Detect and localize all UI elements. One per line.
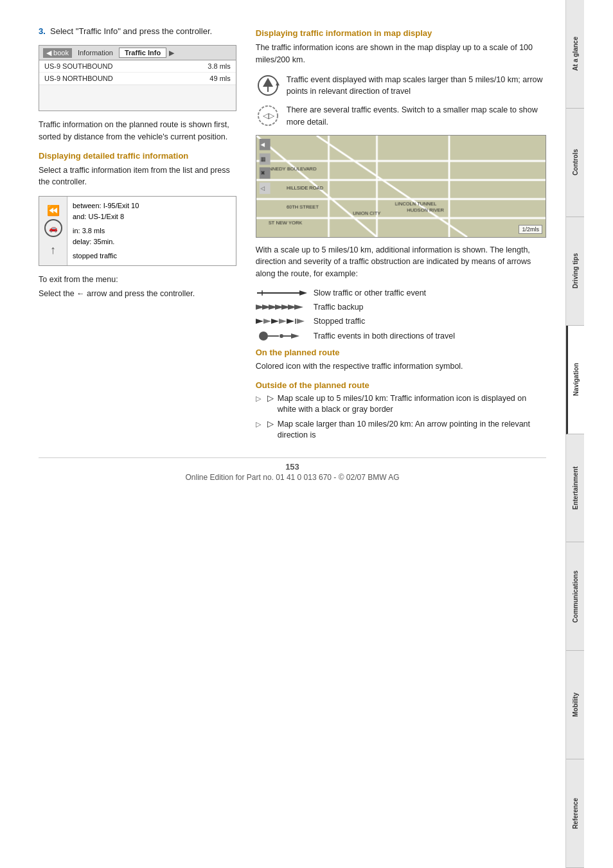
bullet-icon-2: ▷ [267,419,274,441]
svg-marker-19 [279,319,287,324]
traffic-header: ◀ book Information Traffic Info ▶ [39,46,236,60]
scale-info-text: With a scale up to 5 miles/10 km, additi… [256,244,546,280]
outside-item-2-text: Map scale larger than 10 miles/20 km: An… [278,419,546,441]
status-text: stopped traffic [73,251,231,261]
step-3: 3. Select "Traffic Info" and press the c… [39,26,236,37]
svg-marker-20 [287,319,294,324]
backup-text: Traffic backup [314,302,364,312]
footer-text: Online Edition for Part no. 01 41 0 013 … [39,473,546,482]
route-dist-2: 49 mls [209,75,230,82]
svg-text:◁▷: ◁▷ [263,111,275,120]
sidebar-tab-at-a-glance[interactable]: At a glance [566,0,584,109]
sidebar-tab-communications[interactable]: Communications [566,542,584,651]
route-info-text: Traffic information on the planned route… [39,119,236,143]
multi-traffic-icon: ◁▷ [256,104,280,127]
legend-backup: Traffic backup [256,302,546,312]
tab-label-mobility: Mobility [572,693,579,717]
on-route-heading: On the planned route [256,348,546,357]
header-arrow: ▶ [169,49,174,57]
svg-marker-27 [291,333,299,339]
svg-marker-1 [263,78,273,87]
and-text: and: US-1/Exit 8 [73,211,231,222]
exit-label: To exit from the menu: [39,274,236,286]
outside-item-2: ▷ Map scale larger than 10 miles/20 km: … [256,419,546,441]
icon-descriptions: Traffic event displayed with map scales … [256,74,546,128]
tab-label-at-a-glance: At a glance [572,37,579,71]
traffic-icon: 🚗 [44,219,62,237]
sidebar-tab-reference[interactable]: Reference [566,759,584,868]
detail-box: ⏪ 🚗 ↑ between: I-95/Exit 10 and: US-1/Ex… [39,196,236,266]
legend-both: Traffic events in both directions of tra… [256,331,546,341]
svg-marker-3 [276,82,280,85]
icon-item-1: Traffic event displayed with map scales … [256,74,546,98]
map-display-heading: Displaying traffic information in map di… [256,28,546,38]
map-display-text: The traffic information icons are shown … [256,42,546,66]
detailed-traffic-text: Select a traffic information item from t… [39,164,236,189]
svg-marker-17 [263,319,271,324]
main-content: 3. Select "Traffic Info" and press the c… [0,0,565,868]
tab-label-reference: Reference [572,798,579,829]
bullet-icon-1: ▷ [267,393,274,416]
svg-marker-7 [299,290,307,296]
page-number: 153 [39,462,546,472]
legend-stopped: Stopped traffic [256,316,546,326]
arrow-direction-icon [256,74,280,97]
step-number: 3. [39,26,46,36]
tab-label-communications: Communications [572,571,579,623]
sidebar-tabs: At a glance Controls Driving tips Naviga… [565,0,583,868]
sidebar-tab-navigation[interactable]: Navigation [566,326,584,434]
icon-info-rows: Traffic event displayed with map scales … [256,74,546,128]
tab-book: ◀ book [43,48,72,58]
sidebar-tab-mobility[interactable]: Mobility [566,651,584,759]
delay-text: delay: 35min. [73,236,231,247]
right-column: Displaying traffic information in map di… [256,26,546,445]
stopped-arrow-icon [256,316,307,326]
map-display-image: 1/2mls [256,135,546,238]
tab-label-entertainment: Entertainment [572,466,579,509]
svg-marker-18 [271,319,279,324]
svg-marker-22 [297,319,305,324]
icon-1-text: Traffic event displayed with map scales … [287,74,546,98]
outside-route-list: ▷ Map scale up to 5 miles/10 km: Traffic… [256,393,546,441]
map-scale-badge: 1/2mls [519,225,542,234]
route-name-2: US-9 NORTHBOUND [44,75,113,82]
sidebar-tab-driving-tips[interactable]: Driving tips [566,217,584,326]
detail-box-left: ⏪ 🚗 ↑ [39,197,67,265]
both-directions-icon [256,331,307,341]
page-footer: 153 Online Edition for Part no. 01 41 0 … [39,457,546,482]
detail-box-right: between: I-95/Exit 10 and: US-1/Exit 8 i… [67,197,236,265]
traffic-info-box: ◀ book Information Traffic Info ▶ US-9 S… [39,45,236,111]
outside-item-1: ▷ Map scale up to 5 miles/10 km: Traffic… [256,393,546,416]
step-text: Select "Traffic Info" and press the cont… [50,26,212,36]
both-text: Traffic events in both directions of tra… [314,331,455,341]
svg-marker-15 [294,305,303,310]
tab-label-navigation: Navigation [573,363,580,396]
tab-label-driving-tips: Driving tips [572,253,579,288]
slow-arrow-icon [256,288,307,298]
traffic-legend: Slow traffic or other traffic event [256,288,546,341]
sidebar-tab-controls[interactable]: Controls [566,109,584,217]
legend-slow: Slow traffic or other traffic event [256,288,546,298]
stopped-text: Stopped traffic [314,316,365,326]
in-text: in: 3.8 mls [73,226,231,236]
outside-route-heading: Outside of the planned route [256,380,546,390]
on-route-text: Colored icon with the respective traffic… [256,360,546,373]
route-name-1: US-9 SOUTHBOUND [44,62,112,70]
back-icon: ⏪ [47,204,60,217]
exit-instruction: Select the ← arrow and press the control… [39,288,236,300]
detailed-traffic-heading: Displaying detailed traffic information [39,151,236,161]
backup-arrow-icon [256,302,307,312]
route-row-2: US-9 NORTHBOUND 49 mls [39,73,236,85]
between-text: between: I-95/Exit 10 [73,200,231,211]
icon-2-text: There are several traffic events. Switch… [287,104,546,128]
tab-traffic-info-active[interactable]: Traffic Info [119,48,166,58]
left-column: 3. Select "Traffic Info" and press the c… [39,26,249,445]
sidebar-tab-entertainment[interactable]: Entertainment [566,434,584,543]
svg-point-25 [280,334,283,338]
arrow-up-icon: ↑ [50,244,56,257]
slow-text: Slow traffic or other traffic event [314,288,426,298]
route-dist-1: 3.8 mls [208,62,230,70]
outside-item-1-text: Map scale up to 5 miles/10 km: Traffic i… [278,393,546,416]
icon-item-2: ◁▷ There are several traffic events. Swi… [256,104,546,128]
tab-information: Information [75,48,116,57]
